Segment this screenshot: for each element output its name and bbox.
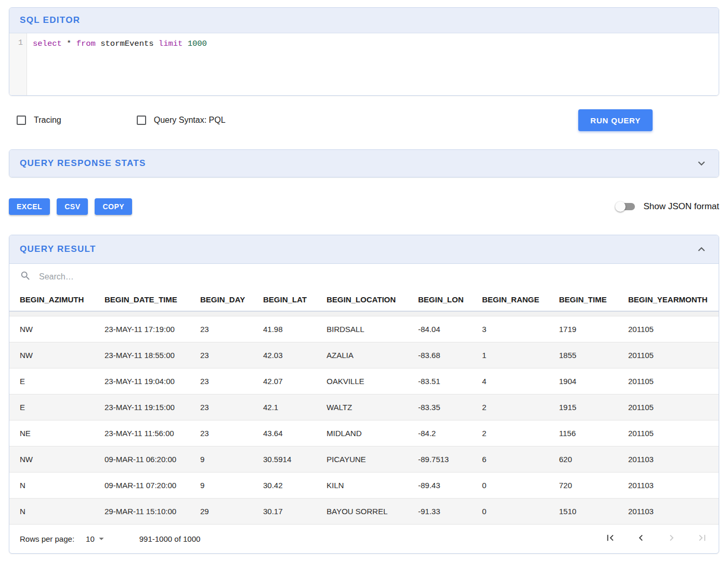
table-cell: 1719 [551,316,620,342]
table-cell: 0 [474,472,551,498]
table-cell: WALTZ [318,394,410,420]
table-cell: OAKVILLE [318,368,410,394]
run-query-button[interactable]: RUN QUERY [578,109,653,131]
next-page-button [666,532,678,545]
column-header-begin-lat[interactable]: BEGIN_LAT [255,288,318,311]
table-cell: 29-MAR-11 15:10:00 [96,498,192,524]
column-header-begin-range[interactable]: BEGIN_RANGE [474,288,551,311]
table-cell: -84.04 [410,316,474,342]
table-cell: 201105 [620,316,719,342]
table-cell: 1904 [551,368,620,394]
column-header-begin-lon[interactable]: BEGIN_LON [410,288,474,311]
previous-page-button[interactable] [635,532,647,545]
line-number: 1 [18,39,23,47]
pager-icons [604,532,708,545]
scrolled-row-sliver [9,311,719,316]
query-response-stats-title: QUERY RESPONSE STATS [20,158,146,169]
table-cell: AZALIA [318,342,410,368]
table-cell: 2 [474,394,551,420]
table-cell: 42.1 [255,394,318,420]
table-row: NW 23-MAY-11 18:55:00 23 42.03 AZALIA -8… [9,342,719,368]
table-cell: BAYOU SORREL [318,498,410,524]
table-cell: 23-MAY-11 17:19:00 [96,316,192,342]
chevron-down-icon [695,157,708,170]
table-row: N 09-MAR-11 07:20:00 9 30.42 KILN -89.43… [9,472,719,498]
query-result-header[interactable]: QUERY RESULT [9,235,719,264]
chevron-up-icon [695,243,708,256]
tracing-checkbox[interactable]: Tracing [17,116,61,125]
table-cell: 1855 [551,342,620,368]
last-page-button [696,532,708,545]
query-response-stats-header[interactable]: QUERY RESPONSE STATS [9,150,719,177]
csv-button[interactable]: CSV [57,198,88,215]
table-cell: 201103 [620,472,719,498]
table-cell: 201103 [620,498,719,524]
table-cell: 43.64 [255,420,318,446]
query-console-page: SQL EDITOR 1 select * from stormEvents l… [9,7,719,554]
excel-button[interactable]: EXCEL [9,198,50,215]
table-cell: 23-MAY-11 11:56:00 [96,420,192,446]
code-token-number: 1000 [183,39,207,48]
table-cell: 09-MAR-11 07:20:00 [96,472,192,498]
table-cell: 41.98 [255,316,318,342]
query-syntax-pql-checkbox[interactable]: Query Syntax: PQL [137,116,226,125]
sql-editor-panel: SQL EDITOR 1 select * from stormEvents l… [9,7,719,96]
table-cell: 0 [474,498,551,524]
table-cell: -83.35 [410,394,474,420]
checkbox-unchecked-icon [17,116,26,125]
table-cell: NE [9,420,96,446]
table-cell: 6 [474,446,551,472]
sql-editor-header: SQL EDITOR [9,8,719,33]
table-cell: 201105 [620,368,719,394]
rows-per-page-select[interactable]: 10 [86,533,107,544]
table-cell: 201105 [620,420,719,446]
code-token-keyword: select [33,39,62,48]
line-number-gutter: 1 [9,33,27,95]
column-header-begin-date-time[interactable]: BEGIN_DATE_TIME [96,288,192,311]
copy-button[interactable]: COPY [95,198,132,215]
chevron-right-icon [666,532,678,545]
table-cell: 23 [192,394,255,420]
json-format-toggle[interactable] [615,200,636,213]
table-cell: 720 [551,472,620,498]
json-format-toggle-label: Show JSON format [644,201,720,212]
table-cell: NW [9,446,96,472]
table-cell: 29 [192,498,255,524]
query-syntax-pql-label: Query Syntax: PQL [154,116,226,125]
code-line[interactable]: select * from stormEvents limit 1000 [27,33,719,95]
code-token-plain: * [62,39,76,48]
table-cell: 9 [192,472,255,498]
table-cell: 30.42 [255,472,318,498]
table-row: E 23-MAY-11 19:04:00 23 42.07 OAKVILLE -… [9,368,719,394]
column-header-begin-yearmonth[interactable]: BEGIN_YEARMONTH [620,288,719,311]
code-editor[interactable]: 1 select * from stormEvents limit 1000 [9,33,719,95]
last-page-icon [696,532,708,545]
table-row: NW 23-MAY-11 17:19:00 23 41.98 BIRDSALL … [9,316,719,342]
table-cell: -84.2 [410,420,474,446]
column-header-begin-azimuth[interactable]: BEGIN_AZIMUTH [9,288,96,311]
column-header-begin-day[interactable]: BEGIN_DAY [192,288,255,311]
table-cell: -89.7513 [410,446,474,472]
table-cell: -83.68 [410,342,474,368]
rows-per-page-label: Rows per page: [20,534,74,543]
chevron-left-icon [635,532,647,545]
code-token-plain: stormEvents [96,39,159,48]
table-cell: 2 [474,420,551,446]
first-page-icon [604,532,616,545]
table-cell: BIRDSALL [318,316,410,342]
table-cell: 23 [192,368,255,394]
export-row: EXCEL CSV COPY Show JSON format [9,198,719,215]
column-header-begin-location[interactable]: BEGIN_LOCATION [318,288,410,311]
table-cell: 3 [474,316,551,342]
table-cell: 09-MAR-11 06:20:00 [96,446,192,472]
table-cell: 30.5914 [255,446,318,472]
column-header-begin-time[interactable]: BEGIN_TIME [551,288,620,311]
table-cell: 23 [192,420,255,446]
table-cell: 23-MAY-11 19:15:00 [96,394,192,420]
first-page-button[interactable] [604,532,616,545]
tracing-label: Tracing [34,116,61,125]
search-input[interactable] [38,272,256,282]
table-cell: 1 [474,342,551,368]
checkbox-unchecked-icon [137,116,146,125]
table-cell: 1156 [551,420,620,446]
